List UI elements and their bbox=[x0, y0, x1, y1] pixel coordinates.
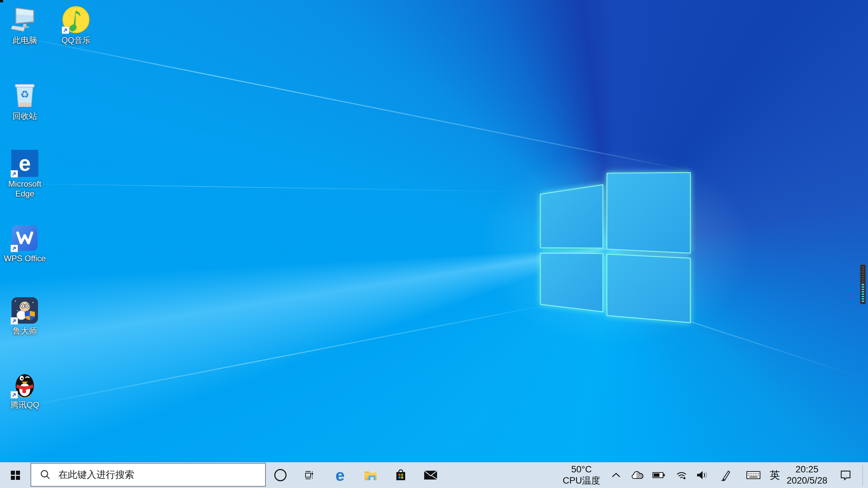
shortcut-arrow-badge bbox=[11, 170, 18, 178]
onedrive-cloud-icon bbox=[631, 470, 644, 480]
windows-start-icon bbox=[11, 471, 20, 480]
desktop-icon-this-pc[interactable]: 此电脑 bbox=[1, 5, 48, 45]
shortcut-arrow-badge bbox=[11, 317, 18, 325]
cortana-icon bbox=[274, 469, 287, 481]
battery-icon bbox=[652, 471, 665, 479]
level-bar-upper-segments bbox=[862, 266, 864, 284]
pen-icon bbox=[720, 469, 731, 481]
task-view-button[interactable] bbox=[300, 462, 319, 488]
volume-tray-button[interactable] bbox=[694, 462, 711, 488]
mail-button[interactable] bbox=[421, 462, 440, 488]
taskbar: e 50°C CPU温度 bbox=[0, 462, 868, 488]
volume-icon bbox=[696, 470, 709, 480]
recycle-bin-icon: ♻ bbox=[11, 82, 38, 109]
cortana-button[interactable] bbox=[271, 462, 290, 488]
temperature-level-bar[interactable] bbox=[860, 264, 866, 304]
desktop-icon-wps-office[interactable]: WPS Office bbox=[1, 223, 48, 263]
screen-corner-artifact bbox=[0, 0, 3, 2]
desktop-icon-tencent-qq[interactable]: 腾讯QQ bbox=[1, 369, 48, 410]
clock-time: 20:25 bbox=[795, 464, 818, 475]
clock-date: 2020/5/28 bbox=[787, 475, 827, 486]
show-desktop-button[interactable] bbox=[863, 462, 868, 488]
touch-keyboard-button[interactable] bbox=[745, 462, 762, 488]
desktop-icon-microsoft-edge[interactable]: e Microsoft Edge bbox=[1, 148, 48, 199]
light-ray bbox=[0, 33, 695, 172]
light-ray bbox=[0, 304, 549, 412]
desktop-icon-label: QQ音乐 bbox=[61, 35, 90, 45]
cpu-temp-value: 50°C bbox=[571, 464, 592, 475]
shortcut-arrow-badge bbox=[11, 245, 18, 252]
mail-icon bbox=[424, 470, 437, 480]
shortcut-arrow-badge bbox=[62, 26, 69, 34]
edge-taskbar-button[interactable]: e bbox=[331, 462, 350, 488]
battery-tray-button[interactable] bbox=[651, 462, 667, 488]
light-ray bbox=[0, 183, 542, 192]
hidden-icons-button[interactable] bbox=[608, 462, 624, 488]
windows-logo bbox=[540, 172, 691, 323]
keyboard-icon bbox=[746, 470, 761, 480]
task-view-icon bbox=[304, 470, 315, 481]
level-bar-lower-segments bbox=[862, 284, 864, 302]
cpu-temp-label: CPU温度 bbox=[563, 475, 600, 486]
desktop-wallpaper bbox=[0, 0, 868, 488]
taskbar-search-box[interactable] bbox=[31, 463, 266, 487]
shortcut-arrow-badge bbox=[11, 391, 18, 399]
network-tray-button[interactable] bbox=[673, 462, 690, 488]
cpu-temperature-widget[interactable]: 50°C CPU温度 bbox=[555, 462, 608, 488]
action-center-icon bbox=[840, 470, 851, 481]
svg-text:♻: ♻ bbox=[20, 89, 29, 100]
desktop-icon-label: 腾讯QQ bbox=[10, 400, 39, 410]
desktop-icon-qq-music[interactable]: QQ音乐 bbox=[52, 5, 100, 45]
clock[interactable]: 20:25 2020/5/28 bbox=[783, 462, 831, 488]
search-icon bbox=[40, 469, 51, 480]
desktop-icon-label: WPS Office bbox=[4, 253, 46, 263]
onedrive-tray-button[interactable] bbox=[629, 462, 646, 488]
desktop-icon-lu-dashi[interactable]: 鲁大师 bbox=[1, 296, 48, 336]
windows-ink-tray-button[interactable] bbox=[717, 462, 734, 488]
search-input[interactable] bbox=[58, 469, 265, 481]
desktop-icon-recycle-bin[interactable]: ♻ 回收站 bbox=[1, 81, 48, 121]
ime-language-indicator[interactable]: 英 bbox=[767, 462, 783, 488]
file-explorer-icon bbox=[363, 469, 378, 481]
wifi-icon bbox=[675, 470, 688, 480]
file-explorer-button[interactable] bbox=[361, 462, 380, 488]
light-ray bbox=[690, 321, 865, 379]
desktop-icon-label: 此电脑 bbox=[13, 35, 37, 45]
desktop-icon-label: 鲁大师 bbox=[13, 326, 37, 336]
edge-icon: e bbox=[335, 467, 344, 484]
svg-text:e: e bbox=[19, 151, 31, 176]
microsoft-store-button[interactable] bbox=[391, 462, 410, 488]
start-button[interactable] bbox=[6, 462, 25, 488]
ime-label: 英 bbox=[770, 468, 780, 482]
desktop-icon-label: 回收站 bbox=[13, 111, 37, 121]
this-pc-icon bbox=[11, 5, 39, 34]
microsoft-store-icon bbox=[395, 469, 407, 482]
action-center-button[interactable] bbox=[836, 462, 855, 488]
chevron-up-icon bbox=[611, 472, 621, 478]
desktop-icon-label: Microsoft Edge bbox=[1, 179, 48, 199]
